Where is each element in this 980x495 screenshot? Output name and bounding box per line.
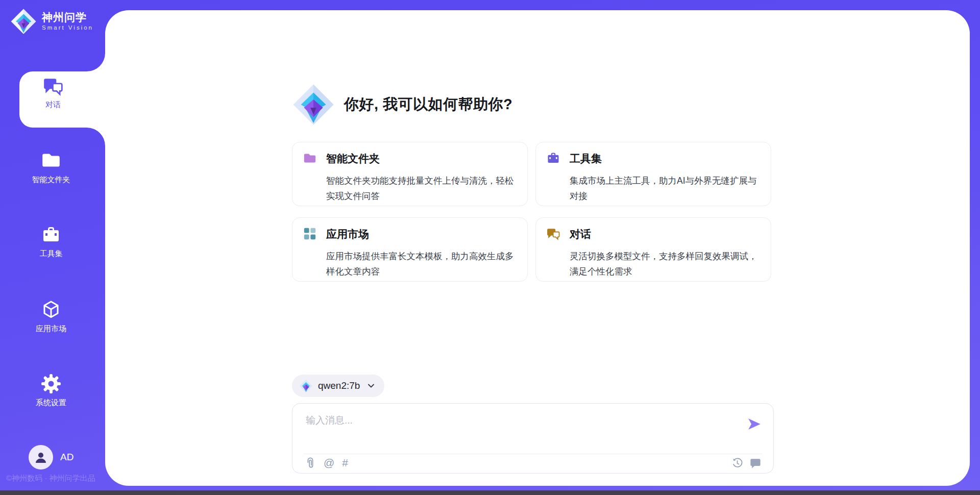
message-input[interactable] [299, 407, 717, 450]
card-title: 智能文件夹 [326, 152, 380, 165]
feature-cards: 智能文件夹 智能文件夹功能支持批量文件上传与清洗，轻松实现文件问答 工具集 集成… [292, 142, 771, 282]
copyright: ©神州数码 · 神州问学出品 [6, 474, 95, 483]
grid-icon [303, 227, 317, 243]
sidebar-item-settings[interactable]: 系统设置 [9, 374, 93, 407]
model-name: qwen2:7b [318, 380, 360, 391]
assistant-logo-icon [292, 83, 335, 126]
card-title: 应用市场 [326, 227, 369, 241]
hash-icon[interactable]: # [342, 457, 348, 469]
sidebar-item-app-market[interactable]: 应用市场 [9, 300, 93, 333]
message-composer: @ # [292, 403, 774, 474]
main-panel: 你好, 我可以如何帮助你? 智能文件夹 智能文件夹功能支持批量文件上传与清洗，轻… [105, 10, 970, 486]
greeting: 你好, 我可以如何帮助你? [292, 83, 512, 126]
greeting-title: 你好, 我可以如何帮助你? [344, 94, 512, 115]
sidebar-item-label: 工具集 [40, 249, 63, 258]
avatar [29, 445, 53, 469]
card-description: 智能文件夹功能支持批量文件上传与清洗，轻松实现文件问答 [326, 173, 515, 204]
card-title: 工具集 [570, 152, 602, 165]
model-logo-icon [299, 379, 313, 393]
chat-icon [546, 227, 560, 243]
chevron-down-icon [367, 382, 375, 390]
model-selector[interactable]: qwen2:7b [292, 375, 384, 397]
composer-divider [304, 454, 762, 454]
chat-icon [42, 76, 64, 97]
user-initials: AD [60, 452, 74, 463]
card-app-market[interactable]: 应用市场 应用市场提供丰富长文本模板，助力高效生成多样化文章内容 [292, 217, 528, 282]
bottom-dark-strip [0, 490, 980, 495]
card-title: 对话 [570, 227, 591, 241]
card-chat[interactable]: 对话 灵活切换多模型文件，支持多样回复效果调试，满足个性化需求 [535, 217, 771, 282]
card-description: 集成市场上主流工具，助力AI与外界无缝扩展与对接 [570, 173, 758, 204]
brand-logo-icon [10, 8, 37, 35]
toolbox-icon [41, 225, 61, 245]
user-profile[interactable]: AD [29, 445, 74, 469]
brand-name: 神州问学 [42, 11, 93, 23]
card-toolset[interactable]: 工具集 集成市场上主流工具，助力AI与外界无缝扩展与对接 [535, 142, 771, 206]
sidebar-item-smart-folder[interactable]: 智能文件夹 [9, 150, 93, 184]
history-icon[interactable] [732, 458, 743, 468]
sidebar-item-label: 系统设置 [36, 398, 66, 407]
sidebar-item-label: 对话 [45, 100, 61, 109]
gear-icon [41, 374, 61, 394]
brand-subtitle: Smart Vision [42, 23, 93, 32]
paperclip-icon[interactable] [305, 457, 316, 469]
sidebar-item-label: 应用市场 [36, 324, 66, 333]
folder-icon [303, 151, 317, 167]
card-description: 灵活切换多模型文件，支持多样回复效果调试，满足个性化需求 [570, 249, 758, 279]
sidebar-item-label: 智能文件夹 [32, 175, 70, 184]
card-description: 应用市场提供丰富长文本模板，助力高效生成多样化文章内容 [326, 249, 515, 279]
card-smart-folder[interactable]: 智能文件夹 智能文件夹功能支持批量文件上传与清洗，轻松实现文件问答 [292, 142, 528, 206]
sidebar-item-toolset[interactable]: 工具集 [9, 225, 93, 258]
send-icon[interactable] [747, 417, 762, 431]
cube-icon [41, 300, 61, 320]
sidebar-item-chat[interactable]: 对话 [19, 76, 87, 109]
folder-icon [40, 150, 62, 171]
person-icon [34, 450, 48, 464]
chat-bubble-icon[interactable] [750, 458, 761, 468]
at-icon[interactable]: @ [324, 457, 334, 469]
toolbox-icon [546, 151, 560, 167]
brand: 神州问学 Smart Vision [10, 8, 93, 35]
